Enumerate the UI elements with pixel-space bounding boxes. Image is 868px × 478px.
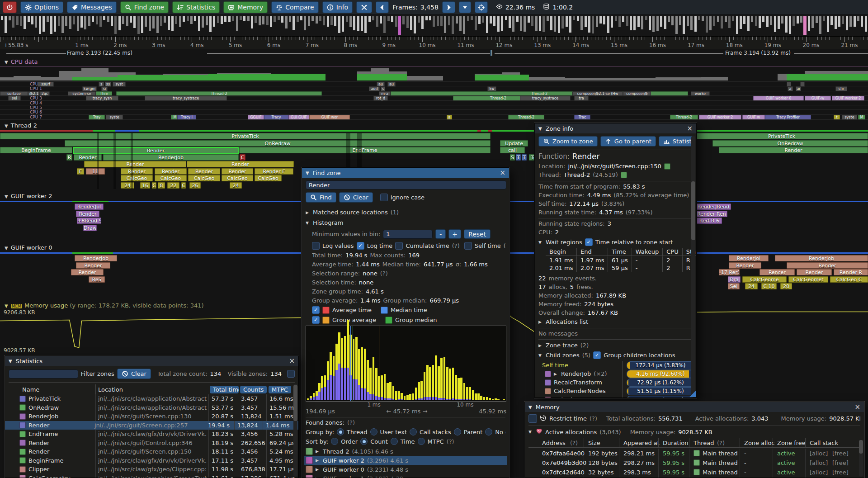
timeline-zone[interactable]: CalcGeo bbox=[188, 175, 220, 181]
allocation-row[interactable]: 0x7dfaa64e00192 bytes298.21 ms59.95 sMai… bbox=[528, 449, 860, 458]
clear-button[interactable]: Clear bbox=[339, 192, 373, 203]
sort-by-radio-count[interactable] bbox=[360, 438, 368, 445]
timeline-zone[interactable]: CalcGeo bbox=[255, 175, 282, 181]
group-children-checkbox[interactable]: ✓ bbox=[593, 351, 601, 359]
timeline-zone[interactable]: RenderJol bbox=[729, 255, 769, 261]
expand-icon[interactable]: ▶ bbox=[316, 449, 320, 454]
allocation-row[interactable]: 0x7e049b3d00128 bytes298.27 ms59.95 sMai… bbox=[528, 458, 860, 468]
timeline-zone[interactable]: RenderJob bbox=[75, 255, 117, 261]
timeline-zone[interactable]: C bbox=[240, 154, 245, 161]
statistics-row[interactable]: RenderJobjni/../jni/src/guif/Screen.cpp:… bbox=[9, 412, 295, 421]
timeline-zone[interactable]: T bbox=[516, 154, 521, 161]
statistics-row[interactable]: Clipperjni/../jni/src/claw/gfx/geo/Clipp… bbox=[9, 465, 295, 474]
timeline-zone[interactable]: OnRedraw bbox=[65, 140, 491, 147]
timeline-zone[interactable]: Render bbox=[787, 262, 868, 269]
timeline-zone[interactable]: PrivateTick bbox=[695, 133, 868, 139]
zone-info-scrollbar[interactable] bbox=[691, 136, 695, 396]
timeline-zone[interactable]: CalcGeo bbox=[155, 175, 187, 181]
statistics-row[interactable]: BeginFramejni/../jni/src/claw/gfx/drv/vk… bbox=[9, 456, 295, 465]
option-checkbox-log-values[interactable] bbox=[312, 242, 320, 250]
timeline-zone[interactable]: Sel bbox=[728, 283, 740, 289]
timeline-zone[interactable]: Render bbox=[121, 168, 153, 175]
statistics-row[interactable]: OnRedrawjni/../jni/src/claw/application/… bbox=[9, 403, 295, 412]
timeline-zone[interactable]: RenderJob bbox=[775, 255, 868, 261]
group-by-radio-parent[interactable] bbox=[454, 428, 461, 435]
child-zone-row[interactable]: RecalcTransform72.92 µs (1.62%) bbox=[538, 378, 693, 387]
column-header[interactable]: Time bbox=[608, 248, 632, 256]
timeline-zone[interactable]: Re5 bbox=[89, 276, 105, 283]
memory-usage-header[interactable]: ▼MEMMemory usage (y-range: 178.27 KB, vi… bbox=[5, 302, 204, 309]
timeline-zone[interactable]: C 10 bbox=[761, 283, 777, 289]
timeline-zone[interactable]: 22 bbox=[167, 182, 179, 189]
timeline-zone[interactable]: CalcGeo bbox=[222, 175, 253, 181]
timeline-zone[interactable]: +8Rend 9 bbox=[77, 218, 101, 224]
timeline-zone[interactable]: Render bbox=[797, 269, 832, 275]
active-allocations-expander[interactable]: ▼ Active allocations (3,043) Memory usag… bbox=[528, 428, 860, 436]
statistics-scrollbar[interactable] bbox=[293, 384, 297, 477]
timeline-zone[interactable]: OnRedraw bbox=[712, 140, 868, 147]
timeline-zone[interactable]: Update bbox=[500, 140, 528, 147]
legend-checkbox[interactable]: ✓ bbox=[312, 316, 320, 324]
option-checkbox-cumulate-time[interactable] bbox=[395, 242, 403, 250]
timeline-zone[interactable]: Rencer bbox=[760, 269, 795, 275]
column-header[interactable]: End bbox=[577, 248, 608, 256]
expand-icon[interactable]: ▶ bbox=[316, 467, 320, 472]
column-header[interactable]: Begin bbox=[546, 248, 577, 256]
free-callstack-link[interactable]: [free] bbox=[832, 450, 849, 457]
child-zone-row[interactable]: ▶RenderJob(×2)4.16 ms (92.60%) bbox=[538, 369, 693, 378]
child-zone-row[interactable]: Submit35.63 µs (0.79%) bbox=[538, 395, 693, 398]
timeline-zone[interactable]: CalcGeomet bbox=[788, 276, 828, 283]
table-row[interactable]: 1.91 ms1.97 ms61 µs-2R bbox=[546, 256, 697, 264]
wait-regions-expander[interactable]: ▼Wait regions ✓ Time relative to zone st… bbox=[538, 238, 693, 246]
group-by-radio-call-stacks[interactable] bbox=[410, 428, 417, 435]
collapse-icon[interactable]: ▼ bbox=[538, 126, 542, 131]
timeline-zone[interactable]: Render R bbox=[834, 269, 868, 275]
filter-clear-button[interactable]: Clear bbox=[117, 369, 151, 379]
column-header-name[interactable]: Name bbox=[22, 386, 39, 393]
timeline-zone[interactable]: CalcGeo C bbox=[830, 276, 868, 283]
column-header-size[interactable]: Size bbox=[588, 440, 600, 446]
thread-header-thread-2[interactable]: ▼Thread-2 bbox=[5, 122, 37, 129]
timeline-zone[interactable]: PrivateTick bbox=[0, 133, 491, 139]
column-header-duration[interactable]: Duration bbox=[663, 440, 688, 446]
expand-icon[interactable]: ▶ bbox=[554, 372, 558, 376]
timeline-zone[interactable]: C bbox=[152, 182, 156, 189]
cpu-data-header[interactable]: ▼CPU data bbox=[5, 58, 38, 65]
column-header-total-time[interactable]: Total time bbox=[210, 386, 239, 393]
zone-thread[interactable]: Thread-2 bbox=[564, 171, 590, 178]
alloc-callstack-link[interactable]: [alloc] bbox=[810, 459, 828, 466]
option-checkbox-self-time[interactable] bbox=[464, 242, 472, 250]
timeline-zone[interactable]: Render F bbox=[255, 168, 293, 175]
timeline-zone[interactable]: Render Ren bbox=[696, 211, 727, 217]
collapse-icon[interactable]: ▼ bbox=[9, 359, 12, 364]
column-header-call-stack[interactable]: Call stack bbox=[810, 440, 838, 446]
column-header-mtpc[interactable]: MTPC bbox=[269, 386, 291, 393]
table-row[interactable]: 2.01 ms2.07 ms59 µs-2R bbox=[546, 264, 697, 272]
timeline-zone[interactable]: 18 bbox=[86, 168, 105, 175]
min-bin-input[interactable]: 1 bbox=[383, 230, 433, 239]
statistics-titlebar[interactable]: ▼ Statistics × bbox=[5, 356, 298, 366]
statistics-row[interactable]: PrivateTickjni/../jni/src/claw/applicati… bbox=[9, 394, 295, 403]
memory-scrollbar[interactable] bbox=[859, 440, 863, 477]
free-callstack-link[interactable]: [free] bbox=[832, 469, 849, 476]
timeline-zone[interactable]: 20 bbox=[780, 283, 792, 289]
bin-reset-button[interactable]: Reset bbox=[464, 229, 491, 239]
timeline-zone[interactable]: call bbox=[500, 147, 525, 153]
column-header[interactable]: Wakeup bbox=[632, 248, 663, 256]
find-zone-titlebar[interactable]: ▼ Find zone × bbox=[302, 168, 509, 178]
limit-view-checkbox[interactable] bbox=[287, 370, 295, 378]
column-header-address[interactable]: Address bbox=[542, 440, 566, 446]
find-zone-search-input[interactable]: Render bbox=[306, 180, 506, 189]
child-zone-row[interactable]: Self time172.14 µs (3.83%) bbox=[538, 361, 693, 369]
group-by-radio-user-text[interactable] bbox=[370, 428, 377, 435]
collapse-icon[interactable]: ▼ bbox=[306, 170, 309, 175]
allocation-row[interactable]: 0x7dfc42d64032 bytes298.3 ms59.95 sMain … bbox=[528, 468, 860, 477]
free-callstack-link[interactable]: [free] bbox=[832, 459, 849, 466]
timeline-zone[interactable]: RenderJRend bbox=[696, 204, 731, 210]
timeline-zone[interactable]: Render bbox=[155, 168, 187, 175]
timeline-zone[interactable]: Render bbox=[76, 262, 110, 269]
found-zone-group[interactable]: ▶GUIF worker 0(3,231) 4.48 s bbox=[304, 465, 507, 474]
close-icon[interactable]: × bbox=[854, 402, 860, 412]
statistics-button[interactable]: Statistics bbox=[659, 136, 693, 147]
timeline-zone[interactable]: 24 bbox=[230, 182, 242, 189]
